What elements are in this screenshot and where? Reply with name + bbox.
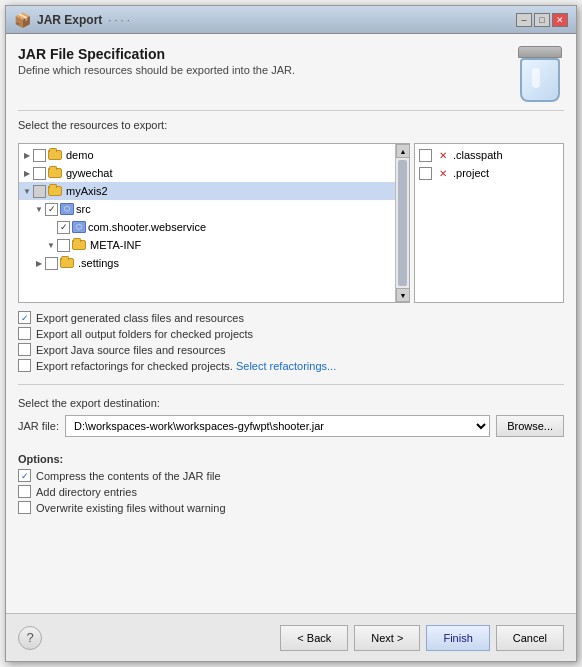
folder-icon-metainf: [72, 239, 88, 251]
jar-file-row: JAR file: D:\workspaces-work\workspaces-…: [18, 415, 564, 437]
tree-arrow-myaxis2: [21, 185, 33, 197]
title-bar-left: 📦 JAR Export · · · ·: [14, 12, 130, 28]
scrollbar-down-btn[interactable]: ▼: [396, 288, 410, 302]
export-option-1[interactable]: Export all output folders for checked pr…: [18, 327, 564, 340]
dialog-subtitle: Define which resources should be exporte…: [18, 64, 295, 76]
next-button[interactable]: Next >: [354, 625, 420, 651]
export-option-0[interactable]: Export generated class files and resourc…: [18, 311, 564, 324]
check-option-2[interactable]: [18, 501, 31, 514]
resources-label: Select the resources to export:: [18, 119, 564, 131]
window-title: JAR Export: [37, 13, 102, 27]
destination-label: Select the export destination:: [18, 397, 564, 409]
back-button[interactable]: < Back: [280, 625, 348, 651]
check-option-1[interactable]: [18, 485, 31, 498]
options-section: Options: Compress the contents of the JA…: [18, 453, 564, 514]
close-button[interactable]: ✕: [552, 13, 568, 27]
header-section: JAR File Specification Define which reso…: [18, 46, 564, 111]
window-title-extra: · · · ·: [108, 14, 129, 26]
tree-check-metainf[interactable]: [57, 239, 70, 252]
options-label: Options:: [18, 453, 564, 465]
tree-item-myaxis2[interactable]: myAxis2: [19, 182, 409, 200]
bottom-left: ?: [18, 626, 42, 650]
section-divider: [18, 384, 564, 385]
tree-item-demo[interactable]: demo: [19, 146, 409, 164]
tree-item-webservice[interactable]: ⬡ com.shooter.webservice: [43, 218, 409, 236]
help-button[interactable]: ?: [18, 626, 42, 650]
tree-label-settings: .settings: [78, 257, 119, 269]
x-classpath: ✕: [436, 149, 449, 162]
dialog-content: JAR File Specification Define which reso…: [6, 34, 576, 613]
title-bar: 📦 JAR Export · · · · – □ ✕: [6, 6, 576, 34]
tree-label-gywechat: gywechat: [66, 167, 112, 179]
jar-shine: [532, 68, 540, 88]
minimize-button[interactable]: –: [516, 13, 532, 27]
label-option-0: Compress the contents of the JAR file: [36, 470, 221, 482]
bottom-right: < Back Next > Finish Cancel: [280, 625, 564, 651]
jar-body: [520, 58, 560, 102]
tree-arrow-settings: [33, 257, 45, 269]
label-export-3: Export refactorings for checked projects…: [36, 360, 236, 372]
tree-panel[interactable]: demo gywechat myAxis2: [18, 143, 410, 303]
cancel-button[interactable]: Cancel: [496, 625, 564, 651]
export-option-3[interactable]: Export refactorings for checked projects…: [18, 359, 564, 372]
window-icon: 📦: [14, 12, 31, 28]
folder-icon-gywechat: [48, 167, 64, 179]
check-export-0[interactable]: [18, 311, 31, 324]
check-project[interactable]: [419, 167, 432, 180]
tree-check-myaxis2[interactable]: [33, 185, 46, 198]
package-icon-webservice: ⬡: [72, 221, 86, 233]
option-0[interactable]: Compress the contents of the JAR file: [18, 469, 564, 482]
tree-check-webservice[interactable]: [57, 221, 70, 234]
check-classpath[interactable]: [419, 149, 432, 162]
tree-label-src: src: [76, 203, 91, 215]
tree-check-src[interactable]: [45, 203, 58, 216]
tree-section: demo gywechat myAxis2: [18, 143, 564, 303]
check-export-2[interactable]: [18, 343, 31, 356]
tree-item-metainf[interactable]: META-INF: [43, 236, 409, 254]
jar-file-input[interactable]: D:\workspaces-work\workspaces-gyfwpt\sho…: [65, 415, 490, 437]
tree-check-settings[interactable]: [45, 257, 58, 270]
label-classpath: .classpath: [453, 149, 503, 161]
option-1[interactable]: Add directory entries: [18, 485, 564, 498]
label-option-2: Overwrite existing files without warning: [36, 502, 226, 514]
folder-icon-myaxis2: [48, 185, 64, 197]
select-refactorings-link[interactable]: Select refactorings...: [236, 360, 336, 372]
jar-image: [516, 46, 564, 102]
x-project: ✕: [436, 167, 449, 180]
check-option-0[interactable]: [18, 469, 31, 482]
tree-arrow-demo: [21, 149, 33, 161]
tree-item-gywechat[interactable]: gywechat: [19, 164, 409, 182]
label-option-1: Add directory entries: [36, 486, 137, 498]
tree-label-webservice: com.shooter.webservice: [88, 221, 206, 233]
tree-item-src[interactable]: ⬡ src: [31, 200, 409, 218]
tree-arrow-webservice: [45, 221, 57, 233]
tree-check-gywechat[interactable]: [33, 167, 46, 180]
maximize-button[interactable]: □: [534, 13, 550, 27]
dialog-title: JAR File Specification: [18, 46, 295, 62]
tree-item-settings[interactable]: .settings: [31, 254, 409, 272]
right-panel: ✕ .classpath ✕ .project: [414, 143, 564, 303]
package-icon-src: ⬡: [60, 203, 74, 215]
scrollbar-up-btn[interactable]: ▲: [396, 144, 410, 158]
tree-arrow-gywechat: [21, 167, 33, 179]
right-item-project[interactable]: ✕ .project: [415, 164, 563, 182]
option-2[interactable]: Overwrite existing files without warning: [18, 501, 564, 514]
header-text: JAR File Specification Define which reso…: [18, 46, 295, 76]
browse-button[interactable]: Browse...: [496, 415, 564, 437]
export-option-2[interactable]: Export Java source files and resources: [18, 343, 564, 356]
finish-button[interactable]: Finish: [426, 625, 489, 651]
folder-icon-settings: [60, 257, 76, 269]
folder-icon-demo: [48, 149, 64, 161]
jar-file-label: JAR file:: [18, 420, 59, 432]
check-export-3[interactable]: [18, 359, 31, 372]
options-checkboxes: Compress the contents of the JAR file Ad…: [18, 469, 564, 514]
tree-check-demo[interactable]: [33, 149, 46, 162]
destination-section: Select the export destination: JAR file:…: [18, 397, 564, 445]
label-export-2: Export Java source files and resources: [36, 344, 226, 356]
title-bar-controls: – □ ✕: [516, 13, 568, 27]
tree-label-myaxis2: myAxis2: [66, 185, 108, 197]
tree-scrollbar[interactable]: ▲ ▼: [395, 144, 409, 302]
check-export-1[interactable]: [18, 327, 31, 340]
right-item-classpath[interactable]: ✕ .classpath: [415, 146, 563, 164]
scrollbar-thumb[interactable]: [398, 160, 407, 286]
